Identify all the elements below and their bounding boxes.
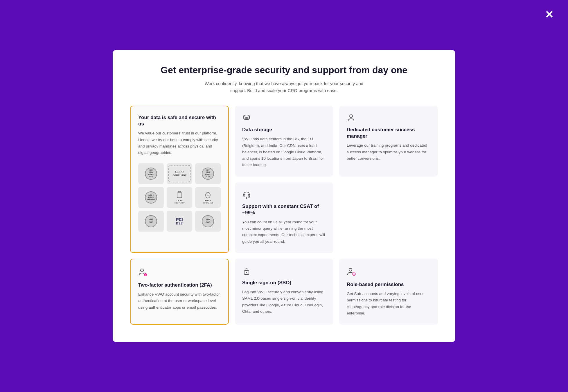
badge-tuv-bottom-right: TÜVSÜD	[195, 211, 221, 232]
badge-gdpr-inner: GDPR COMPLIANT	[168, 165, 190, 182]
role-based-title: Role-based permissions	[347, 281, 430, 288]
role-based-card: Role-based permissions Get Sub-accounts …	[339, 259, 438, 325]
compliance-badges: TÜVSÜDISO/IEC 27001 GDPR COMPLIANT TÜVSÜ…	[138, 163, 221, 232]
page-header: Get enterprise-grade security and suppor…	[130, 64, 438, 94]
data-safe-title: Your data is safe and secure with us	[138, 114, 221, 127]
data-safe-card: Your data is safe and secure with us We …	[130, 106, 229, 253]
ccpa-icon	[175, 191, 184, 199]
two-fa-title: Two-factor authentication (2FA)	[138, 282, 221, 288]
badge-gdpr: GDPR COMPLIANT	[167, 163, 192, 184]
sso-title: Single sign-on (SSO)	[242, 280, 326, 286]
dedicated-csm-title: Dedicated customer success manager	[347, 127, 430, 139]
page-subtitle: Work confidently, knowing that we have a…	[203, 80, 365, 94]
two-fa-icon-wrapper: !	[138, 267, 148, 278]
data-storage-title: Data storage	[242, 127, 326, 133]
two-fa-person-icon: !	[138, 267, 148, 277]
svg-point-6	[246, 197, 247, 199]
badge-tuv-27701-circle: TÜVSÜDISO/IEC 27701	[202, 168, 214, 180]
data-safe-description: We value our customers' trust in our pla…	[138, 130, 221, 156]
svg-rect-5	[248, 194, 250, 196]
svg-point-7	[141, 269, 143, 272]
svg-point-3	[350, 115, 353, 118]
support-csat-description: You can count on us all year round for y…	[242, 219, 326, 245]
badge-hipaa: HIPAA COMPLIANT	[195, 187, 221, 208]
data-storage-card: Data storage VWO has data centers in the…	[235, 106, 333, 176]
svg-rect-0	[177, 192, 182, 198]
badge-tuv-bottom-left: TÜVSÜD	[138, 211, 164, 232]
badge-pci-dss: PCI DSS	[167, 211, 192, 232]
badge-tuv-27701: TÜVSÜDISO/IEC 27701	[195, 163, 221, 184]
data-storage-description: VWO has data centers in the US, the EU (…	[242, 136, 326, 168]
support-csat-title: Support with a constant CSAT of ~99%	[242, 203, 326, 216]
badge-soc2: SOC 2TYPE IICERTIFIED	[138, 187, 164, 208]
database-icon	[242, 114, 251, 123]
svg-point-12	[349, 268, 352, 271]
lock-icon	[242, 267, 251, 276]
two-fa-description: Enhance VWO account security with two-fa…	[138, 291, 221, 311]
badge-soc2-circle: SOC 2TYPE IICERTIFIED	[145, 191, 157, 204]
role-based-description: Get Sub-accounts and varying levels of u…	[347, 291, 430, 317]
person-icon	[347, 114, 355, 123]
two-fa-card: ! Two-factor authentication (2FA) Enhanc…	[130, 259, 229, 325]
badge-tuv-27001: TÜVSÜDISO/IEC 27001	[138, 163, 164, 184]
svg-text:!: !	[145, 274, 146, 276]
main-content-card: Get enterprise-grade security and suppor…	[113, 50, 455, 342]
dedicated-csm-card: Dedicated customer success manager Lever…	[339, 106, 438, 176]
svg-rect-4	[243, 194, 245, 196]
badge-tuv-bl-circle: TÜVSÜD	[145, 215, 157, 227]
features-grid: Your data is safe and secure with us We …	[130, 106, 438, 325]
badge-tuv-27001-circle: TÜVSÜDISO/IEC 27001	[145, 168, 157, 180]
sso-description: Log into VWO securely and conveniently u…	[242, 289, 326, 315]
page-title: Get enterprise-grade security and suppor…	[130, 64, 438, 75]
logo-icon: ✕	[545, 9, 553, 21]
role-based-person-icon	[347, 267, 356, 276]
dedicated-csm-description: Leverage our training programs and dedic…	[347, 142, 430, 162]
role-based-icon-wrapper	[347, 267, 356, 277]
hipaa-icon	[204, 191, 212, 199]
badge-tuv-br-circle: TÜVSÜD	[202, 215, 214, 227]
badge-ccpa: CCPA COMPLIANT	[167, 187, 192, 208]
headset-icon	[242, 190, 251, 199]
svg-point-2	[244, 115, 249, 117]
support-csat-card: Support with a constant CSAT of ~99% You…	[235, 182, 333, 253]
svg-point-11	[246, 272, 247, 273]
sso-card: Single sign-on (SSO) Log into VWO secure…	[235, 259, 333, 325]
